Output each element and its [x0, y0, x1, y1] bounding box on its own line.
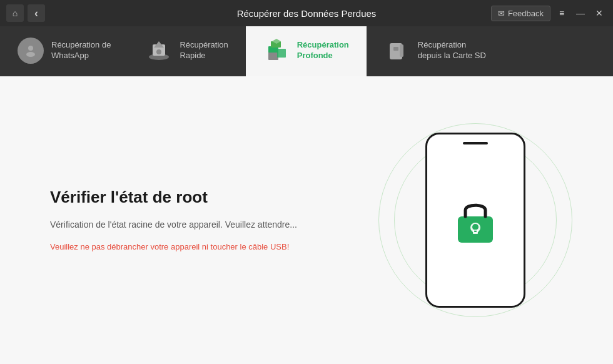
tab-whatsapp-label: Récupération deWhatsApp — [51, 40, 111, 61]
svg-rect-6 — [268, 51, 278, 60]
title-bar: ⌂ ‹ Récupérer des Données Perdues ✉ Feed… — [0, 0, 613, 26]
feedback-button[interactable]: ✉ Feedback — [491, 6, 550, 21]
main-title: Vérifier l'état de root — [50, 188, 363, 207]
title-bar-left: ⌂ ‹ — [6, 4, 45, 22]
profonde-icon — [263, 38, 290, 64]
svg-point-0 — [28, 46, 33, 51]
menu-icon: ≡ — [559, 8, 564, 18]
close-button[interactable]: ✕ — [592, 6, 607, 21]
minimize-button[interactable]: — — [573, 6, 588, 21]
tab-rapide[interactable]: RécupérationRapide — [128, 26, 245, 76]
tab-rapide-label: RécupérationRapide — [180, 40, 228, 61]
svg-point-5 — [156, 49, 161, 54]
app-title: Récupérer des Données Perdues — [237, 8, 377, 19]
main-description: Vérification de l'état racine de votre a… — [50, 218, 363, 231]
home-icon: ⌂ — [13, 8, 18, 18]
home-button[interactable]: ⌂ — [6, 4, 24, 22]
main-content: Vérifier l'état de root Vérification de … — [0, 76, 613, 364]
menu-button[interactable]: ≡ — [554, 6, 569, 21]
mail-icon: ✉ — [498, 9, 505, 18]
minimize-icon: — — [576, 8, 585, 18]
back-icon: ‹ — [34, 7, 38, 20]
phone-illustration — [425, 133, 525, 308]
tab-cartesd[interactable]: Récupérationdepuis la Carte SD — [367, 26, 504, 76]
back-button[interactable]: ‹ — [28, 4, 45, 22]
phone-frame — [425, 133, 525, 308]
svg-rect-10 — [277, 49, 286, 58]
nav-bar: Récupération deWhatsApp RécupérationRapi… — [0, 26, 613, 76]
tab-profonde[interactable]: RécupérationProfonde — [246, 26, 367, 76]
feedback-label: Feedback — [508, 9, 544, 18]
svg-rect-19 — [474, 230, 477, 231]
close-icon: ✕ — [595, 8, 603, 18]
svg-rect-12 — [393, 47, 398, 51]
svg-rect-13 — [400, 44, 403, 57]
lock-icon — [453, 195, 498, 245]
tab-cartesd-label: Récupérationdepuis la Carte SD — [418, 40, 486, 61]
content-right — [388, 133, 563, 308]
content-left: Vérifier l'état de root Vérification de … — [50, 188, 388, 253]
tab-profonde-label: RécupérationProfonde — [297, 40, 349, 61]
main-warning: Veuillez ne pas débrancher votre apparei… — [50, 241, 363, 253]
cartesd-icon — [384, 38, 410, 64]
whatsapp-icon — [18, 38, 44, 64]
tab-whatsapp[interactable]: Récupération deWhatsApp — [0, 26, 128, 76]
svg-point-1 — [26, 52, 35, 57]
rapide-icon — [146, 38, 172, 64]
title-bar-right: ✉ Feedback ≡ — ✕ — [491, 6, 607, 21]
